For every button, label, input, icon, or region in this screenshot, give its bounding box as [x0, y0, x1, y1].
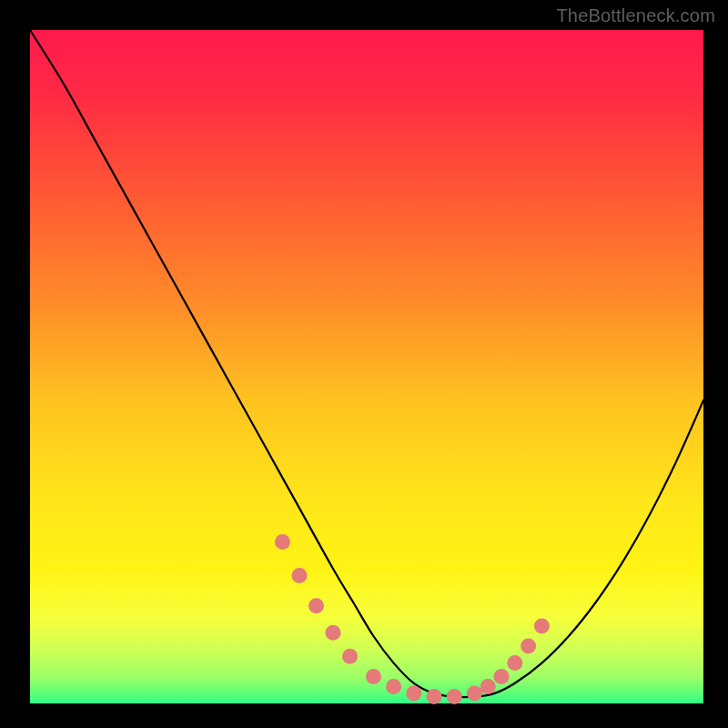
curve-marker: [406, 685, 421, 701]
curve-marker: [447, 689, 462, 704]
bottleneck-chart: [0, 0, 728, 728]
curve-marker: [507, 655, 522, 671]
curve-marker: [366, 669, 381, 684]
curve-marker: [467, 685, 482, 701]
curve-marker: [386, 679, 401, 694]
curve-marker: [326, 625, 341, 641]
curve-marker: [521, 639, 536, 654]
curve-marker: [480, 679, 496, 694]
curve-marker: [275, 534, 290, 550]
curve-marker: [308, 598, 324, 613]
curve-marker: [494, 669, 510, 684]
curve-marker: [427, 689, 442, 704]
chart-stage: TheBottleneck.com: [0, 0, 728, 728]
curve-marker: [534, 618, 550, 633]
watermark-text: TheBottleneck.com: [556, 5, 715, 26]
plot-area: [30, 30, 703, 703]
curve-marker: [292, 568, 308, 583]
curve-marker: [342, 649, 358, 664]
